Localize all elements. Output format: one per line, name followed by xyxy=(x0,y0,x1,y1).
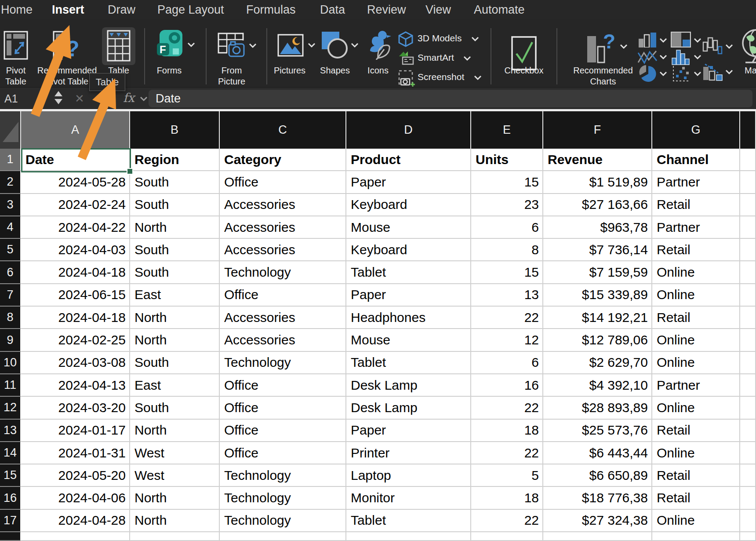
cell-F16[interactable]: $18 776,38 xyxy=(543,487,652,509)
cell-F2[interactable]: $1 519,89 xyxy=(543,171,652,194)
cell-G1[interactable]: Channel xyxy=(652,149,740,171)
cell-D16[interactable]: Monitor xyxy=(346,487,471,509)
column-header-partial[interactable] xyxy=(740,111,756,149)
cancel-icon[interactable]: ✕ xyxy=(75,92,84,106)
cell-F4[interactable]: $963,78 xyxy=(543,216,652,239)
cell-C15[interactable]: Technology xyxy=(220,464,346,487)
cell-E15[interactable]: 5 xyxy=(471,464,543,487)
row-header-5[interactable]: 5 xyxy=(0,239,21,261)
shapes-chevron-icon[interactable] xyxy=(351,43,359,48)
cell-C7[interactable]: Office xyxy=(220,284,346,307)
cell-H9[interactable] xyxy=(740,329,756,351)
smartart-chevron-icon[interactable] xyxy=(463,56,471,61)
column-header-F[interactable]: F xyxy=(543,111,652,149)
cell-F14[interactable]: $6 443,44 xyxy=(543,442,652,464)
tab-automate[interactable]: Automate xyxy=(474,3,525,17)
cell-B18[interactable] xyxy=(130,532,220,541)
cell-D18[interactable] xyxy=(346,532,471,541)
column-header-C[interactable]: C xyxy=(220,111,346,149)
cell-A6[interactable]: 2024-04-18 xyxy=(21,261,130,284)
cell-D1[interactable]: Product xyxy=(346,149,471,171)
cell-G6[interactable]: Online xyxy=(652,261,740,284)
cell-C4[interactable]: Accessories xyxy=(220,216,346,239)
cell-D8[interactable]: Headphones xyxy=(346,307,471,329)
tab-home[interactable]: Home xyxy=(1,3,33,17)
tab-data[interactable]: Data xyxy=(320,3,345,17)
cell-C14[interactable]: Office xyxy=(220,442,346,464)
cell-E13[interactable]: 18 xyxy=(471,420,543,442)
row-header-12[interactable]: 12 xyxy=(0,397,21,419)
cell-B9[interactable]: North xyxy=(130,329,220,351)
cell-F15[interactable]: $6 650,89 xyxy=(543,464,652,487)
cell-B8[interactable]: North xyxy=(130,307,220,329)
cell-B1[interactable]: Region xyxy=(130,149,220,171)
histogram-chart-icon[interactable] xyxy=(672,48,691,65)
cell-C18[interactable] xyxy=(220,532,346,541)
cell-C2[interactable]: Office xyxy=(220,171,346,194)
cell-D17[interactable]: Tablet xyxy=(346,510,471,532)
cell-B14[interactable]: West xyxy=(130,442,220,464)
cell-C1[interactable]: Category xyxy=(220,149,346,171)
cell-H1[interactable] xyxy=(740,149,756,171)
cell-D2[interactable]: Paper xyxy=(346,171,471,194)
column-header-B[interactable]: B xyxy=(130,111,220,149)
cell-G7[interactable]: Online xyxy=(652,284,740,307)
cell-E12[interactable]: 22 xyxy=(471,397,543,419)
cell-B17[interactable]: North xyxy=(130,510,220,532)
screenshot-chevron-icon[interactable] xyxy=(474,75,482,80)
cell-F3[interactable]: $27 163,66 xyxy=(543,194,652,216)
cell-E6[interactable]: 15 xyxy=(471,261,543,284)
cell-A11[interactable]: 2024-04-13 xyxy=(21,374,130,397)
row-header-2[interactable]: 2 xyxy=(0,171,21,194)
cell-D5[interactable]: Keyboard xyxy=(346,239,471,261)
cell-F8[interactable]: $14 192,21 xyxy=(543,307,652,329)
cell-F5[interactable]: $7 736,14 xyxy=(543,239,652,261)
cell-C6[interactable]: Technology xyxy=(220,261,346,284)
cell-F7[interactable]: $15 339,89 xyxy=(543,284,652,307)
name-box[interactable]: A1 xyxy=(4,92,18,105)
cell-G16[interactable]: Retail xyxy=(652,487,740,509)
cell-H14[interactable] xyxy=(740,442,756,464)
cell-G14[interactable]: Online xyxy=(652,442,740,464)
cell-E17[interactable]: 22 xyxy=(471,510,543,532)
cell-C9[interactable]: Accessories xyxy=(220,329,346,351)
cell-A9[interactable]: 2024-02-25 xyxy=(21,329,130,351)
cell-D3[interactable]: Keyboard xyxy=(346,194,471,216)
cell-C12[interactable]: Office xyxy=(220,397,346,419)
cell-E18[interactable] xyxy=(471,532,543,541)
cell-B2[interactable]: South xyxy=(130,171,220,194)
cell-E5[interactable]: 8 xyxy=(471,239,543,261)
tab-review[interactable]: Review xyxy=(367,3,406,17)
cell-A15[interactable]: 2024-05-20 xyxy=(21,464,130,487)
row-header-4[interactable]: 4 xyxy=(0,216,21,239)
cell-F11[interactable]: $4 392,10 xyxy=(543,374,652,397)
cell-H4[interactable] xyxy=(740,216,756,239)
cell-F12[interactable]: $28 893,89 xyxy=(543,397,652,419)
cell-F1[interactable]: Revenue xyxy=(543,149,652,171)
tab-page-layout[interactable]: Page Layout xyxy=(157,3,224,17)
pie-chart-chevron-icon[interactable] xyxy=(659,71,667,77)
row-header-8[interactable]: 8 xyxy=(0,307,21,329)
cell-B4[interactable]: North xyxy=(130,216,220,239)
cell-B15[interactable]: West xyxy=(130,464,220,487)
cell-F10[interactable]: $2 629,70 xyxy=(543,352,652,374)
line-chart-chevron-icon[interactable] xyxy=(659,55,667,60)
cell-B16[interactable]: North xyxy=(130,487,220,509)
cell-H18[interactable] xyxy=(740,532,756,541)
cell-D12[interactable]: Desk Lamp xyxy=(346,397,471,419)
cell-A8[interactable]: 2024-04-18 xyxy=(21,307,130,329)
cell-C13[interactable]: Office xyxy=(220,420,346,442)
cell-A13[interactable]: 2024-01-17 xyxy=(21,420,130,442)
cell-E10[interactable]: 6 xyxy=(471,352,543,374)
cell-F17[interactable]: $27 324,38 xyxy=(543,510,652,532)
row-header-3[interactable]: 3 xyxy=(0,194,21,216)
tab-view[interactable]: View xyxy=(425,3,451,17)
cell-H16[interactable] xyxy=(740,487,756,509)
cell-A4[interactable]: 2024-04-22 xyxy=(21,216,130,239)
from-picture-chevron-icon[interactable] xyxy=(249,43,257,48)
cell-D9[interactable]: Mouse xyxy=(346,329,471,351)
fx-chevron-icon[interactable] xyxy=(140,96,148,102)
row-header-16[interactable]: 16 xyxy=(0,487,21,509)
tab-insert[interactable]: Insert xyxy=(52,3,84,17)
cell-H7[interactable] xyxy=(740,284,756,307)
